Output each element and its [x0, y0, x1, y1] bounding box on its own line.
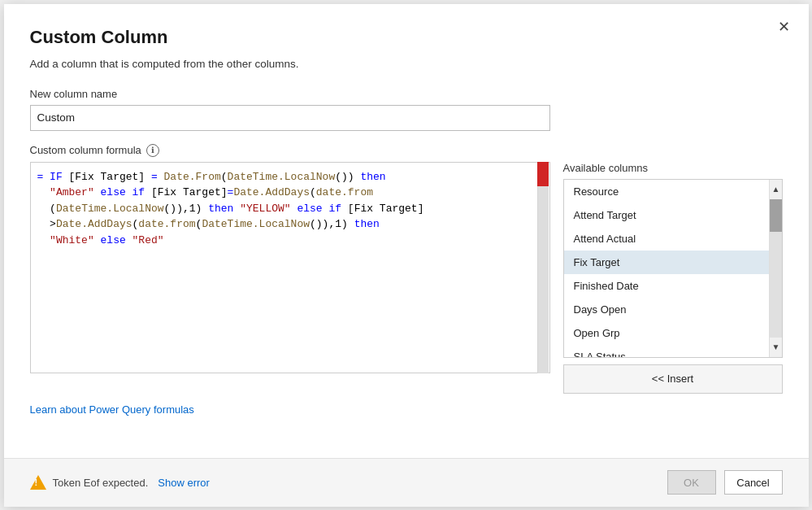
main-area: = IF [Fix Target] = Date.From(DateTime.L…: [30, 162, 783, 394]
info-icon[interactable]: ℹ: [146, 144, 159, 157]
formula-scrollbar[interactable]: [537, 162, 549, 373]
list-item[interactable]: Resource: [564, 180, 782, 203]
scroll-down-button[interactable]: ▼: [770, 338, 783, 357]
custom-column-dialog: ✕ Custom Column Add a column that is com…: [4, 4, 809, 507]
warning-triangle: [30, 475, 46, 490]
columns-list: ResourceAttend TargetAttend ActualFix Ta…: [563, 179, 783, 358]
right-panel: Available columns ResourceAttend TargetA…: [563, 162, 783, 394]
show-error-link[interactable]: Show error: [158, 477, 210, 489]
footer-buttons: OK Cancel: [667, 470, 783, 495]
list-item[interactable]: Fix Target: [564, 251, 782, 274]
scroll-up-button[interactable]: ▲: [770, 180, 783, 199]
list-item[interactable]: SLA Status: [564, 345, 782, 357]
columns-scrollbar[interactable]: ▲ ▼: [769, 180, 782, 357]
column-name-label: New column name: [30, 88, 783, 100]
list-item[interactable]: Open Grp: [564, 321, 782, 345]
formula-editor[interactable]: = IF [Fix Target] = Date.From(DateTime.L…: [30, 162, 550, 373]
ok-button[interactable]: OK: [667, 470, 716, 495]
dialog-subtitle: Add a column that is computed from the o…: [30, 58, 783, 70]
warning-icon: [30, 474, 46, 490]
scrollbar-body: [537, 186, 549, 373]
scrollbar-thumb: [537, 162, 549, 186]
close-button[interactable]: ✕: [773, 15, 796, 38]
insert-button[interactable]: << Insert: [563, 364, 783, 394]
list-item[interactable]: Attend Target: [564, 203, 782, 227]
columns-list-inner: ResourceAttend TargetAttend ActualFix Ta…: [564, 180, 782, 357]
learn-link[interactable]: Learn about Power Query formulas: [30, 403, 194, 416]
formula-label-text: Custom column formula: [30, 144, 141, 156]
scroll-track: [770, 199, 782, 338]
formula-label-row: Custom column formula ℹ: [30, 144, 783, 157]
list-item[interactable]: Attend Actual: [564, 227, 782, 251]
scroll-thumb: [770, 199, 783, 232]
footer-left: Token Eof expected. Show error: [30, 474, 667, 490]
available-columns-label: Available columns: [563, 162, 783, 174]
formula-box-wrapper: = IF [Fix Target] = Date.From(DateTime.L…: [30, 162, 550, 373]
dialog-title: Custom Column: [30, 27, 783, 48]
column-name-input[interactable]: [30, 105, 550, 131]
list-item[interactable]: Finished Date: [564, 274, 782, 298]
footer: Token Eof expected. Show error OK Cancel: [4, 458, 809, 507]
cancel-button[interactable]: Cancel: [724, 470, 783, 495]
list-item[interactable]: Days Open: [564, 298, 782, 321]
error-text: Token Eof expected.: [53, 477, 149, 489]
